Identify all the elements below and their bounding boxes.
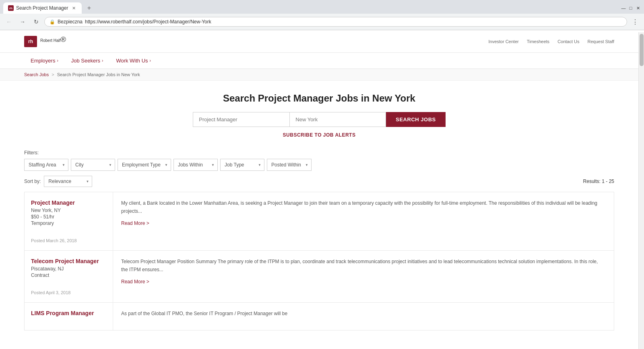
subscribe-to-alerts-link[interactable]: SUBSCRIBE TO JOB ALERTS: [283, 132, 356, 138]
sort-label: Sort by:: [24, 179, 41, 184]
browser-tab[interactable]: rh Search Project Manager ✕: [3, 2, 82, 14]
search-bar: SEARCH JOBS: [8, 112, 630, 127]
nav-item-job-seekers[interactable]: Job Seekers ›: [65, 53, 110, 69]
sort-area: Sort by: Relevance Date Posted Job Title: [24, 176, 92, 187]
investor-center-link[interactable]: Investor Center: [488, 39, 518, 44]
table-row: LIMS Program Manager As part of the Glob…: [25, 303, 614, 330]
read-more-link[interactable]: Read More >: [121, 279, 149, 285]
contact-us-link[interactable]: Contact Us: [557, 39, 579, 44]
city-select[interactable]: City: [71, 159, 115, 171]
job-title[interactable]: Telecom Project Manager: [31, 258, 106, 264]
job-salary: $50 - 51/hr: [31, 214, 106, 220]
top-header: rh Robert Half® Investor Center Timeshee…: [0, 30, 638, 53]
breadcrumb-current: Search Project Manager Jobs in New York: [57, 72, 140, 77]
tab-close-button[interactable]: ✕: [70, 5, 77, 11]
window-controls: — □ ✕: [621, 5, 641, 11]
job-left-panel: Project Manager New York, NY $50 - 51/hr…: [25, 192, 113, 250]
location-input[interactable]: [289, 112, 386, 127]
request-staff-link[interactable]: Request Staff: [588, 39, 614, 44]
job-posted-date: Posted April 3, 2018: [31, 290, 106, 295]
job-right-panel: Telecom Project Manager Position Summary…: [113, 251, 614, 302]
posted-within-filter[interactable]: Posted Within: [267, 159, 312, 171]
results-text: Results: 1 - 25: [583, 179, 614, 184]
logo-area: rh Robert Half®: [24, 35, 66, 48]
security-label: Bezpieczna: [58, 19, 83, 25]
job-type-select[interactable]: Job Type: [220, 159, 264, 171]
job-left-panel: LIMS Program Manager: [25, 303, 113, 330]
scrollbar-track: [638, 32, 644, 349]
job-description: Telecom Project Manager Position Summary…: [121, 258, 606, 273]
jobs-within-filter[interactable]: Jobs Within: [173, 159, 218, 171]
browser-menu-button[interactable]: ⋮: [630, 16, 641, 27]
filters-section: Filters: Staffing Area City Employment T…: [24, 150, 614, 171]
browser-titlebar: rh Search Project Manager ✕ + — □ ✕: [0, 0, 644, 14]
top-links: Investor Center Timesheets Contact Us Re…: [488, 39, 614, 44]
table-row: Telecom Project Manager Piscataway, NJ C…: [25, 251, 614, 303]
job-right-panel: My client, a Bank located in the Lower M…: [113, 192, 614, 250]
security-icon: 🔒: [50, 19, 55, 25]
breadcrumb-search-jobs[interactable]: Search Jobs: [24, 72, 49, 77]
employment-type-filter[interactable]: Employment Type: [118, 159, 171, 171]
new-tab-button[interactable]: +: [84, 3, 94, 13]
browser-chrome: rh Search Project Manager ✕ + — □ ✕ ← → …: [0, 0, 644, 30]
maximize-button[interactable]: □: [628, 5, 634, 11]
main-nav: Employers › Job Seekers › Work With Us ›: [0, 53, 638, 69]
job-type-filter[interactable]: Job Type: [220, 159, 264, 171]
browser-toolbar: ← → ↻ 🔒 Bezpieczna https://www.roberthal…: [0, 14, 644, 30]
job-type: Contract: [31, 272, 106, 278]
forward-button[interactable]: →: [17, 16, 28, 27]
breadcrumb: Search Jobs > Search Project Manager Job…: [0, 69, 638, 81]
nav-item-employers[interactable]: Employers ›: [24, 53, 65, 69]
tab-title: Search Project Manager: [16, 5, 68, 11]
employers-chevron-icon: ›: [57, 58, 58, 63]
job-description: As part of the Global IT PMO, the Senior…: [121, 310, 606, 318]
url-text: https://www.roberthalf.com/jobs/Project-…: [85, 19, 622, 25]
address-bar[interactable]: 🔒 Bezpieczna https://www.roberthalf.com/…: [44, 17, 627, 27]
job-title[interactable]: LIMS Program Manager: [31, 310, 106, 316]
page-wrapper: rh Robert Half® Investor Center Timeshee…: [0, 30, 644, 349]
job-title[interactable]: Project Manager: [31, 199, 106, 206]
keyword-input[interactable]: [193, 112, 289, 127]
employment-type-select[interactable]: Employment Type: [118, 159, 171, 171]
nav-item-work-with-us[interactable]: Work With Us ›: [109, 53, 157, 69]
job-left-panel: Telecom Project Manager Piscataway, NJ C…: [25, 251, 113, 302]
staffing-area-filter[interactable]: Staffing Area: [24, 159, 68, 171]
city-filter[interactable]: City: [71, 159, 115, 171]
filters-label: Filters:: [24, 150, 614, 156]
read-more-link[interactable]: Read More >: [121, 220, 149, 226]
brand-name: Robert Half®: [40, 35, 66, 48]
page-title: Search Project Manager Jobs in New York: [8, 93, 630, 104]
breadcrumb-separator: >: [52, 72, 54, 77]
back-button[interactable]: ←: [3, 16, 14, 27]
job-description: My client, a Bank located in the Lower M…: [121, 199, 606, 215]
job-seekers-chevron-icon: ›: [102, 58, 103, 63]
jobs-within-select[interactable]: Jobs Within: [173, 159, 218, 171]
jobs-list: Project Manager New York, NY $50 - 51/hr…: [24, 192, 614, 330]
table-row: Project Manager New York, NY $50 - 51/hr…: [25, 192, 614, 251]
logo-icon: rh: [24, 36, 37, 47]
job-posted-date: Posted March 26, 2018: [31, 238, 106, 243]
timesheets-link[interactable]: Timesheets: [527, 39, 549, 44]
minimize-button[interactable]: —: [621, 5, 626, 11]
refresh-button[interactable]: ↻: [31, 16, 42, 27]
filter-dropdowns: Staffing Area City Employment Type Jobs …: [24, 159, 614, 171]
sort-results-bar: Sort by: Relevance Date Posted Job Title…: [24, 176, 614, 187]
staffing-area-select[interactable]: Staffing Area: [24, 159, 68, 171]
scrollbar-thumb[interactable]: [640, 34, 644, 66]
search-section: Search Project Manager Jobs in New York …: [0, 81, 638, 146]
page-content: rh Robert Half® Investor Center Timeshee…: [0, 30, 644, 349]
work-with-us-chevron-icon: ›: [150, 58, 151, 63]
tab-favicon: rh: [8, 5, 14, 11]
job-location: Piscataway, NJ: [31, 266, 106, 272]
sort-select[interactable]: Relevance Date Posted Job Title: [44, 176, 92, 187]
job-right-panel: As part of the Global IT PMO, the Senior…: [113, 303, 614, 330]
job-location: New York, NY: [31, 208, 106, 213]
sort-select-wrapper[interactable]: Relevance Date Posted Job Title: [44, 176, 92, 187]
search-jobs-button[interactable]: SEARCH JOBS: [386, 112, 445, 127]
job-type: Temporary: [31, 220, 106, 226]
close-button[interactable]: ✕: [635, 5, 641, 11]
posted-within-select[interactable]: Posted Within: [267, 159, 312, 171]
